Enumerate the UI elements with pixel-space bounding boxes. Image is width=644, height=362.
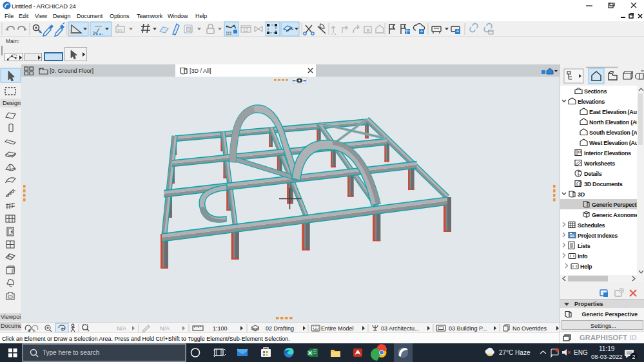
svg-text:03 Building P...: 03 Building P... xyxy=(449,325,487,332)
svg-text:N/A: N/A xyxy=(117,325,126,332)
svg-text:Worksheets: Worksheets xyxy=(584,160,615,167)
svg-text:No Overrides: No Overrides xyxy=(512,325,547,332)
svg-text:02 Drafting: 02 Drafting xyxy=(266,325,294,332)
svg-text:08-03-2022: 08-03-2022 xyxy=(591,353,623,360)
svg-text:Viewpoi: Viewpoi xyxy=(1,314,21,320)
svg-text:Type here to search: Type here to search xyxy=(43,349,99,356)
svg-text:3D Documents: 3D Documents xyxy=(584,181,623,187)
svg-text:12: 12 xyxy=(243,28,248,32)
svg-text:Sections: Sections xyxy=(584,88,607,95)
svg-text:N/A: N/A xyxy=(160,325,170,332)
svg-text:Entire Model: Entire Model xyxy=(321,325,354,332)
svg-text:2: 2 xyxy=(632,354,636,360)
svg-text:03 Architectu...: 03 Architectu... xyxy=(381,325,420,332)
svg-text:Schedules: Schedules xyxy=(578,222,605,229)
svg-text:Generic Axonometr: Generic Axonometr xyxy=(592,212,637,218)
svg-text:West Elevation (Au: West Elevation (Au xyxy=(589,140,637,146)
svg-text:Lists: Lists xyxy=(578,243,590,249)
svg-text:Details: Details xyxy=(584,171,602,177)
svg-text:3D: 3D xyxy=(578,191,585,198)
svg-text:Interior Elevations: Interior Elevations xyxy=(584,150,631,157)
svg-text:Elevations: Elevations xyxy=(578,99,605,105)
svg-text:East Elevation (Aut: East Elevation (Aut xyxy=(589,109,637,115)
svg-text:1:100: 1:100 xyxy=(213,325,228,332)
svg-text:11:19: 11:19 xyxy=(599,345,615,352)
svg-text:XY:: XY: xyxy=(117,28,124,32)
svg-text:South Elevation (A: South Elevation (A xyxy=(589,129,637,136)
svg-text:Help: Help xyxy=(580,263,592,270)
svg-text:Generic Perspective: Generic Perspective xyxy=(592,202,637,208)
svg-text:North Elevation (Au: North Elevation (Au xyxy=(589,119,637,126)
svg-text:Design: Design xyxy=(3,100,21,106)
svg-text:Project Indexes: Project Indexes xyxy=(578,233,618,239)
svg-text:Info: Info xyxy=(578,253,588,260)
svg-text:27°C Haze: 27°C Haze xyxy=(499,349,531,356)
svg-text:ENG: ENG xyxy=(574,349,588,356)
